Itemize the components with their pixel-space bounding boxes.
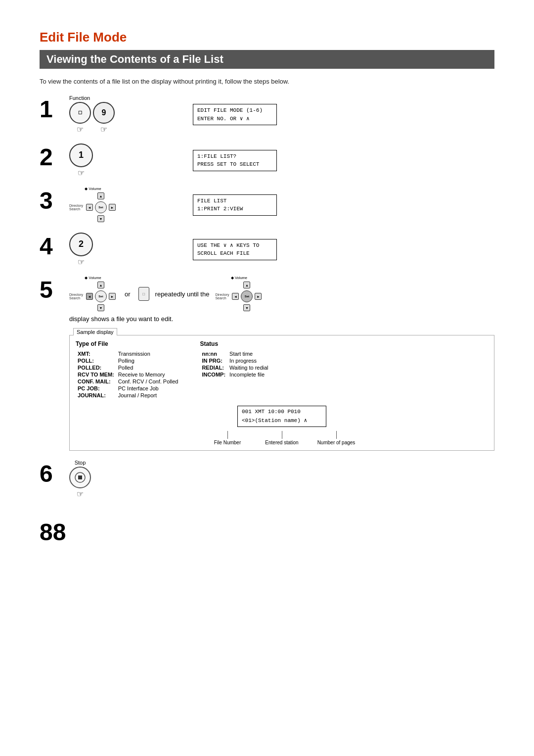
steps-container: 1 Function ☐ ☞	[40, 95, 494, 499]
screen-line2: <01>(Station name) ∧	[242, 417, 322, 425]
key-set-1: ☐ ☞ 9 ☞	[69, 102, 115, 134]
or-text: or	[125, 290, 131, 298]
step-1-visual: Function ☐ ☞ 9	[69, 95, 178, 134]
dpad-3-row: DirectorySearch ▲ ▼ ◄ ► Set	[69, 191, 117, 223]
type-key-xmt: XMT:	[76, 350, 116, 357]
dpad-3-left[interactable]: ◄	[86, 204, 93, 211]
table-row: RCV TO MEM: Receive to Memory	[76, 371, 180, 378]
dpad-5a-left[interactable]: ◄	[86, 293, 93, 300]
dpad-3-dir-label: DirectorySearch	[69, 204, 83, 211]
dpad-5b-vol-label: ◆ Volume	[231, 276, 247, 280]
key-wrapper-func: ☐ ☞	[69, 102, 91, 134]
key-1[interactable]: 1	[69, 143, 93, 167]
type-val-rcv: Receive to Memory	[116, 371, 180, 378]
dpad-5b-down[interactable]: ▼	[243, 304, 250, 311]
finger-4: ☞	[78, 257, 85, 267]
type-val-polled: Polled	[116, 364, 180, 371]
table-row: JOURNAL: Journal / Report	[76, 392, 180, 399]
finger-2: ☞	[78, 168, 85, 178]
status-key-redial: REDIAL:	[200, 364, 227, 371]
dpad-5b: ▲ ▼ ◄ ► Set	[231, 281, 263, 312]
dpad-5b-left[interactable]: ◄	[232, 293, 239, 300]
status-col: Status nn:nn Start time IN PRG:	[200, 340, 270, 399]
type-table: XMT: Transmission POLL: Polling POLLED:	[76, 350, 180, 399]
step-1-display: EDIT FILE MODE (1-6) ENTER NO. OR ∨ ∧	[193, 104, 277, 125]
step-6-number: 6	[40, 462, 69, 486]
label-line-3	[336, 431, 337, 439]
dpad-5a-up[interactable]: ▲	[97, 282, 104, 288]
dpad-3-up[interactable]: ▲	[97, 192, 104, 199]
screen-line1: 001 XMT 10:00 P010	[242, 408, 322, 417]
dpad-5b-center[interactable]: Set	[241, 290, 253, 302]
step-1-content: Function ☐ ☞ 9	[69, 95, 494, 134]
screen-area: 001 XMT 10:00 P010 <01>(Station name) ∧	[76, 406, 488, 427]
stop-button[interactable]	[69, 467, 91, 488]
status-key-inprg: IN PRG:	[200, 357, 227, 364]
label-num-pages: Number of pages	[314, 431, 358, 445]
type-key-rcv: RCV TO MEM:	[76, 371, 116, 378]
section-header: Viewing the Contents of a File List	[40, 50, 494, 69]
type-of-file-col: Type of File XMT: Transmission POLL:	[76, 340, 180, 399]
label-text-file-number: File Number	[214, 440, 241, 445]
type-val-journal: Journal / Report	[116, 392, 180, 399]
type-key-conf: CONF. MAIL:	[76, 378, 116, 385]
dpad-3-right[interactable]: ►	[109, 204, 116, 211]
step-2-display-line1: 1:FILE LIST?	[197, 152, 272, 161]
finger-1b: ☞	[100, 125, 107, 134]
dpad-5a-right[interactable]: ►	[109, 293, 116, 300]
stop-label: Stop	[75, 460, 86, 466]
sample-display-tab: Sample display	[73, 328, 117, 335]
dpad-5a-row: DirectorySearch ▲ ▼ ◄ ► Set	[69, 281, 117, 312]
key-9[interactable]: 9	[93, 102, 115, 124]
sample-display-container: Sample display Type of File XMT: Transmi…	[69, 328, 494, 451]
page-number: 88	[40, 519, 494, 546]
type-key-polled: POLLED:	[76, 364, 116, 371]
screen-display: 001 XMT 10:00 P010 <01>(Station name) ∧	[237, 406, 326, 427]
label-line-1	[227, 431, 228, 439]
step-4-display-line2: SCROLL EACH FILE	[197, 249, 272, 258]
status-header: Status	[200, 340, 270, 347]
step-6: 6 Stop ☞	[40, 460, 494, 499]
dpad-5a-dir-label: DirectorySearch	[69, 293, 83, 300]
label-file-number: File Number	[205, 431, 250, 445]
step-3-visual: ◆ Volume DirectorySearch ▲ ▼ ◄ ► Set	[69, 187, 178, 223]
dpad-5b-row: DirectorySearch ▲ ▼ ◄ ► Set	[215, 281, 263, 312]
step-5-main: ◆ Volume DirectorySearch ▲ ▼ ◄ ► Set or	[69, 276, 494, 451]
step-4-display: USE THE ∨ ∧ KEYS TO SCROLL EACH FILE	[193, 239, 277, 260]
step-3: 3 ◆ Volume DirectorySearch ▲ ▼ ◄ ► Set	[40, 187, 494, 223]
status-val-nnnn: Start time	[227, 350, 270, 357]
type-of-file-header: Type of File	[76, 340, 180, 347]
label-line-2	[282, 431, 282, 439]
dpad-5a-down[interactable]: ▼	[97, 304, 104, 311]
type-key-pcjob: PC JOB:	[76, 385, 116, 392]
dpad-5b-right[interactable]: ►	[255, 293, 262, 300]
function-key[interactable]: ☐	[69, 102, 91, 124]
key-9-label: 9	[102, 108, 106, 117]
label-text-entered-station: Entered station	[265, 440, 298, 445]
dpad-5b-wrapper: ◆ Volume DirectorySearch ▲ ▼ ◄ ► Set	[215, 276, 263, 312]
step-3-content: ◆ Volume DirectorySearch ▲ ▼ ◄ ► Set FI	[69, 187, 494, 223]
key-2[interactable]: 2	[69, 233, 93, 256]
function-label: Function	[69, 95, 115, 101]
table-row: IN PRG: In progress	[200, 357, 270, 364]
key-wrapper-9: 9 ☞	[93, 102, 115, 134]
status-val-inprg: In progress	[227, 357, 270, 364]
status-key-incomp: INCOMP:	[200, 371, 227, 378]
type-val-poll: Polling	[116, 357, 180, 364]
finger-6: ☞	[77, 489, 84, 499]
dpad-5a-wrapper: ◆ Volume DirectorySearch ▲ ▼ ◄ ► Set	[69, 276, 117, 312]
step-1-display-line1: EDIT FILE MODE (1-6)	[197, 106, 272, 115]
key-2-label: 2	[79, 239, 84, 249]
display-screen-box: 001 XMT 10:00 P010 <01>(Station name) ∧	[237, 406, 326, 427]
dpad-3-center[interactable]: Set	[95, 201, 107, 213]
status-key-nnnn: nn:nn	[200, 350, 227, 357]
step-3-number: 3	[40, 189, 69, 213]
dpad-3-down[interactable]: ▼	[97, 215, 104, 222]
svg-marker-1	[78, 475, 82, 479]
label-entered-station: Entered station	[260, 431, 304, 445]
table-row: PC JOB: PC Interface Job	[76, 385, 180, 392]
dpad-5a-center[interactable]: Set	[95, 290, 107, 302]
dpad-5b-up[interactable]: ▲	[243, 282, 250, 288]
dpad-5b-dir-label: DirectorySearch	[215, 293, 229, 300]
step-2-number: 2	[40, 145, 69, 169]
